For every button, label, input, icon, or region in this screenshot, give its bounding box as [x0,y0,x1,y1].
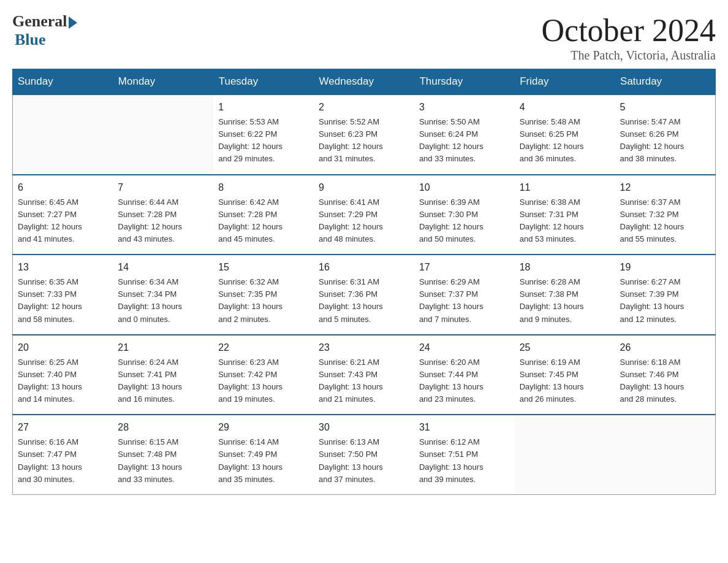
calendar-day-cell: 31Sunrise: 6:12 AMSunset: 7:51 PMDayligh… [414,415,515,494]
day-number: 2 [319,100,409,115]
day-number: 7 [118,180,208,195]
calendar-day-cell: 13Sunrise: 6:35 AMSunset: 7:33 PMDayligh… [13,255,113,335]
day-info: Sunrise: 5:52 AMSunset: 6:23 PMDaylight:… [319,116,409,166]
calendar-day-cell: 20Sunrise: 6:25 AMSunset: 7:40 PMDayligh… [13,335,113,415]
page-header: General Blue October 2024 The Patch, Vic… [12,12,716,63]
day-info: Sunrise: 6:35 AMSunset: 7:33 PMDaylight:… [18,276,108,326]
day-number: 3 [419,100,510,115]
day-info: Sunrise: 5:48 AMSunset: 6:25 PMDaylight:… [520,116,610,166]
day-info: Sunrise: 6:28 AMSunset: 7:38 PMDaylight:… [520,276,610,326]
calendar-day-cell: 26Sunrise: 6:18 AMSunset: 7:46 PMDayligh… [615,335,716,415]
day-info: Sunrise: 6:23 AMSunset: 7:42 PMDaylight:… [218,356,309,406]
calendar-day-cell: 16Sunrise: 6:31 AMSunset: 7:36 PMDayligh… [314,255,414,335]
calendar-table: SundayMondayTuesdayWednesdayThursdayFrid… [12,69,716,495]
calendar-day-cell: 9Sunrise: 6:41 AMSunset: 7:29 PMDaylight… [314,175,414,255]
day-info: Sunrise: 6:27 AMSunset: 7:39 PMDaylight:… [620,276,710,326]
calendar-day-cell: 18Sunrise: 6:28 AMSunset: 7:38 PMDayligh… [515,255,615,335]
calendar-day-cell: 24Sunrise: 6:20 AMSunset: 7:44 PMDayligh… [414,335,515,415]
logo-arrow-icon [69,17,77,29]
day-info: Sunrise: 6:13 AMSunset: 7:50 PMDaylight:… [319,436,409,486]
day-number: 10 [419,180,510,195]
day-number: 11 [520,180,610,195]
calendar-day-cell: 14Sunrise: 6:34 AMSunset: 7:34 PMDayligh… [113,255,213,335]
day-number: 15 [218,260,309,275]
day-info: Sunrise: 6:20 AMSunset: 7:44 PMDaylight:… [419,356,510,406]
day-number: 21 [118,340,208,355]
calendar-day-cell [515,415,615,494]
calendar-week-row: 27Sunrise: 6:16 AMSunset: 7:47 PMDayligh… [13,415,716,494]
day-of-week-header: Monday [113,69,213,95]
day-info: Sunrise: 6:44 AMSunset: 7:28 PMDaylight:… [118,196,208,246]
day-info: Sunrise: 6:12 AMSunset: 7:51 PMDaylight:… [419,436,510,486]
calendar-week-row: 1Sunrise: 5:53 AMSunset: 6:22 PMDaylight… [13,94,716,175]
calendar-day-cell [113,94,213,175]
day-number: 20 [18,340,108,355]
day-of-week-header: Wednesday [314,69,414,95]
day-number: 5 [620,100,710,115]
calendar-day-cell: 27Sunrise: 6:16 AMSunset: 7:47 PMDayligh… [13,415,113,494]
day-info: Sunrise: 6:29 AMSunset: 7:37 PMDaylight:… [419,276,510,326]
day-number: 24 [419,340,510,355]
calendar-week-row: 6Sunrise: 6:45 AMSunset: 7:27 PMDaylight… [13,175,716,255]
calendar-week-row: 20Sunrise: 6:25 AMSunset: 7:40 PMDayligh… [13,335,716,415]
day-number: 30 [319,420,409,435]
location-text: The Patch, Victoria, Australia [542,48,716,63]
day-number: 29 [218,420,309,435]
day-number: 28 [118,420,208,435]
calendar-day-cell: 10Sunrise: 6:39 AMSunset: 7:30 PMDayligh… [414,175,515,255]
day-number: 23 [319,340,409,355]
day-info: Sunrise: 6:45 AMSunset: 7:27 PMDaylight:… [18,196,108,246]
day-info: Sunrise: 5:47 AMSunset: 6:26 PMDaylight:… [620,116,710,166]
day-info: Sunrise: 6:41 AMSunset: 7:29 PMDaylight:… [319,196,409,246]
day-number: 14 [118,260,208,275]
day-info: Sunrise: 6:32 AMSunset: 7:35 PMDaylight:… [218,276,309,326]
calendar-day-cell: 5Sunrise: 5:47 AMSunset: 6:26 PMDaylight… [615,94,716,175]
calendar-day-cell [13,94,113,175]
calendar-day-cell: 8Sunrise: 6:42 AMSunset: 7:28 PMDaylight… [213,175,314,255]
day-number: 8 [218,180,309,195]
calendar-day-cell: 15Sunrise: 6:32 AMSunset: 7:35 PMDayligh… [213,255,314,335]
calendar-week-row: 13Sunrise: 6:35 AMSunset: 7:33 PMDayligh… [13,255,716,335]
day-number: 26 [620,340,710,355]
day-info: Sunrise: 6:15 AMSunset: 7:48 PMDaylight:… [118,436,208,486]
day-info: Sunrise: 6:19 AMSunset: 7:45 PMDaylight:… [520,356,610,406]
day-info: Sunrise: 6:21 AMSunset: 7:43 PMDaylight:… [319,356,409,406]
day-info: Sunrise: 5:53 AMSunset: 6:22 PMDaylight:… [218,116,309,166]
day-of-week-header: Sunday [13,69,113,95]
day-info: Sunrise: 6:18 AMSunset: 7:46 PMDaylight:… [620,356,710,406]
day-info: Sunrise: 6:34 AMSunset: 7:34 PMDaylight:… [118,276,208,326]
day-number: 4 [520,100,610,115]
day-number: 19 [620,260,710,275]
calendar-day-cell: 6Sunrise: 6:45 AMSunset: 7:27 PMDaylight… [13,175,113,255]
calendar-day-cell: 3Sunrise: 5:50 AMSunset: 6:24 PMDaylight… [414,94,515,175]
day-of-week-header: Tuesday [213,69,314,95]
day-number: 1 [218,100,309,115]
calendar-day-cell: 11Sunrise: 6:38 AMSunset: 7:31 PMDayligh… [515,175,615,255]
day-info: Sunrise: 6:25 AMSunset: 7:40 PMDaylight:… [18,356,108,406]
calendar-day-cell: 1Sunrise: 5:53 AMSunset: 6:22 PMDaylight… [213,94,314,175]
day-of-week-header: Saturday [615,69,716,95]
day-number: 25 [520,340,610,355]
day-of-week-header: Thursday [414,69,515,95]
calendar-day-cell: 28Sunrise: 6:15 AMSunset: 7:48 PMDayligh… [113,415,213,494]
day-number: 9 [319,180,409,195]
day-info: Sunrise: 6:31 AMSunset: 7:36 PMDaylight:… [319,276,409,326]
day-info: Sunrise: 5:50 AMSunset: 6:24 PMDaylight:… [419,116,510,166]
day-info: Sunrise: 6:24 AMSunset: 7:41 PMDaylight:… [118,356,208,406]
calendar-day-cell: 23Sunrise: 6:21 AMSunset: 7:43 PMDayligh… [314,335,414,415]
calendar-day-cell: 12Sunrise: 6:37 AMSunset: 7:32 PMDayligh… [615,175,716,255]
day-info: Sunrise: 6:16 AMSunset: 7:47 PMDaylight:… [18,436,108,486]
day-number: 31 [419,420,510,435]
day-number: 13 [18,260,108,275]
day-number: 27 [18,420,108,435]
calendar-day-cell: 30Sunrise: 6:13 AMSunset: 7:50 PMDayligh… [314,415,414,494]
day-info: Sunrise: 6:38 AMSunset: 7:31 PMDaylight:… [520,196,610,246]
calendar-day-cell: 19Sunrise: 6:27 AMSunset: 7:39 PMDayligh… [615,255,716,335]
calendar-day-cell: 21Sunrise: 6:24 AMSunset: 7:41 PMDayligh… [113,335,213,415]
logo: General Blue [12,12,77,49]
day-number: 18 [520,260,610,275]
day-info: Sunrise: 6:42 AMSunset: 7:28 PMDaylight:… [218,196,309,246]
calendar-day-cell: 17Sunrise: 6:29 AMSunset: 7:37 PMDayligh… [414,255,515,335]
calendar-day-cell: 22Sunrise: 6:23 AMSunset: 7:42 PMDayligh… [213,335,314,415]
logo-blue-text: Blue [15,31,46,49]
